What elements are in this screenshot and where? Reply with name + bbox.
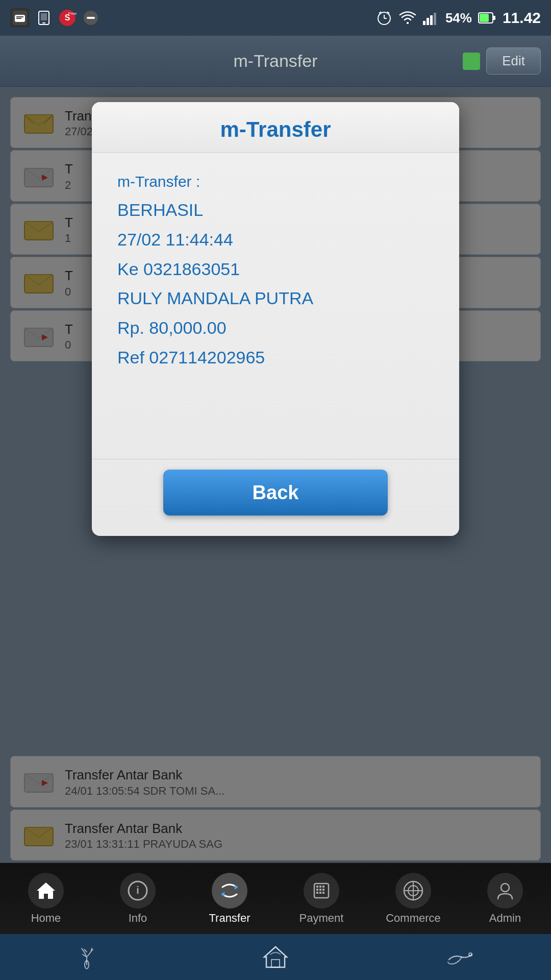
nav-item-commerce[interactable]: Commerce: [380, 873, 446, 925]
svg-point-65: [469, 953, 472, 956]
svg-rect-21: [434, 13, 436, 25]
svg-marker-42: [37, 883, 55, 899]
svg-rect-5: [41, 13, 47, 20]
info-icon: i: [127, 879, 149, 902]
svg-rect-49: [319, 886, 321, 888]
svg-rect-64: [271, 960, 280, 967]
modal-datetime: 27/02 11:44:44: [117, 225, 434, 255]
svg-rect-3: [16, 18, 21, 19]
svg-rect-20: [430, 15, 433, 25]
nav-label-transfer: Transfer: [209, 912, 250, 925]
svg-text:i: i: [136, 885, 139, 896]
status-bar-left: S Free: [10, 8, 100, 28]
svg-rect-56: [322, 892, 324, 894]
svg-rect-2: [16, 16, 23, 17]
transfer-icon: [218, 879, 241, 902]
nav-item-admin[interactable]: Admin: [472, 873, 538, 925]
app-header: m-Transfer Edit: [0, 36, 551, 87]
admin-icon-wrapper: [487, 873, 523, 909]
svg-rect-48: [316, 886, 318, 888]
modal-amount: Rp. 80,000.00: [117, 313, 434, 343]
home-icon-wrapper: [28, 873, 64, 909]
battery-percent: 54%: [445, 10, 472, 26]
commerce-icon: [402, 879, 424, 902]
nav-label-admin: Admin: [489, 912, 521, 925]
status-bar-right: 54% 11.42: [376, 9, 541, 27]
modal-overlay: m-Transfer m-Transfer : BERHASIL 27/02 1…: [0, 87, 551, 863]
bbm-icon: [10, 8, 30, 28]
modal-label: m-Transfer :: [117, 173, 434, 190]
transfer-icon-wrapper: [212, 873, 247, 909]
svg-rect-6: [42, 22, 45, 23]
nav-item-info[interactable]: i Info: [105, 873, 171, 925]
modal-header: m-Transfer: [92, 102, 459, 153]
svg-marker-46: [221, 892, 224, 897]
nav-label-commerce: Commerce: [386, 912, 441, 925]
svg-marker-63: [264, 947, 287, 967]
svg-rect-51: [316, 889, 318, 891]
phone-icon: [35, 9, 53, 27]
payment-icon-wrapper: [304, 873, 339, 909]
nav-label-info: Info: [129, 912, 147, 925]
svg-text:Free: Free: [68, 11, 77, 16]
nav-label-home: Home: [31, 912, 61, 925]
battery-icon: [478, 12, 496, 24]
modal-to: Ke 0321863051: [117, 255, 434, 284]
modal-body: m-Transfer : BERHASIL 27/02 11:44:44 Ke …: [92, 153, 459, 459]
nav-item-home[interactable]: Home: [13, 873, 79, 925]
back-button[interactable]: Back: [163, 470, 388, 516]
status-bar: S Free: [0, 0, 551, 36]
app-icon-heart: S Free: [58, 9, 77, 27]
alarm-icon: [376, 10, 392, 26]
signal-icon: [423, 11, 439, 25]
modal-reference: Ref 027114202965: [117, 343, 434, 373]
modal-dialog: m-Transfer m-Transfer : BERHASIL 27/02 1…: [92, 102, 459, 536]
svg-rect-50: [322, 886, 324, 888]
nav-label-payment: Payment: [299, 912, 344, 925]
nav-item-payment[interactable]: Payment: [288, 873, 355, 925]
deer-icon: [77, 944, 107, 970]
main-content: Transfer Antar Rekening 27/02 11:44:44 R…: [0, 87, 551, 863]
info-icon-wrapper: i: [120, 873, 156, 909]
modal-title: m-Transfer: [220, 117, 331, 141]
home-icon: [35, 879, 57, 902]
payment-icon: [310, 879, 333, 902]
admin-icon: [494, 879, 516, 902]
status-time: 11.42: [503, 9, 541, 27]
svg-marker-45: [235, 885, 238, 890]
house-icon: [260, 944, 291, 970]
bottom-nav: Home i Info Transfer: [0, 863, 551, 934]
app-header-title: m-Transfer: [234, 51, 318, 71]
svg-rect-23: [493, 16, 495, 20]
svg-rect-24: [480, 14, 489, 22]
wifi-icon: [398, 10, 417, 26]
header-right-controls: Edit: [463, 47, 541, 75]
edit-button[interactable]: Edit: [486, 47, 541, 75]
modal-status: BERHASIL: [117, 195, 434, 225]
svg-rect-54: [316, 892, 318, 894]
svg-rect-18: [423, 21, 425, 25]
svg-point-61: [501, 884, 509, 892]
svg-rect-55: [319, 892, 321, 894]
minus-icon: [82, 9, 100, 27]
nav-item-transfer[interactable]: Transfer: [196, 873, 263, 925]
svg-rect-11: [87, 17, 95, 19]
svg-point-17: [407, 22, 409, 24]
svg-rect-52: [319, 889, 321, 891]
modal-footer: Back: [92, 459, 459, 536]
bottom-bar: [0, 934, 551, 980]
commerce-icon-wrapper: [395, 873, 431, 909]
bird-icon: [444, 944, 474, 970]
green-indicator: [463, 53, 480, 70]
modal-recipient: RULY MANDALA PUTRA: [117, 284, 434, 313]
svg-rect-19: [427, 18, 429, 25]
svg-rect-53: [322, 889, 324, 891]
